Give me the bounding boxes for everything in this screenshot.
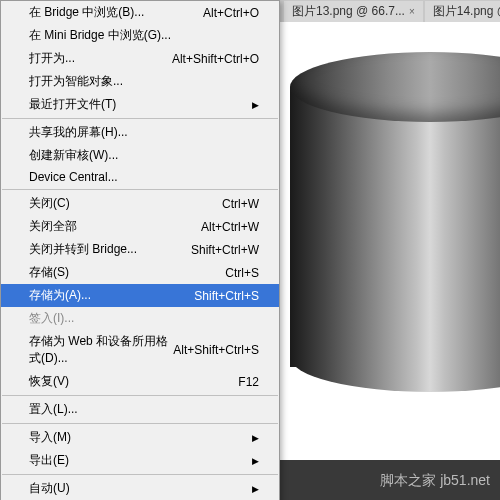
menu-separator bbox=[2, 118, 278, 119]
menu-item-label: 创建新审核(W)... bbox=[29, 147, 118, 164]
menu-item-shortcut: Alt+Ctrl+O bbox=[203, 6, 259, 20]
menu-item[interactable]: 打开为智能对象... bbox=[1, 70, 279, 93]
menu-item-label: 恢复(V) bbox=[29, 373, 69, 390]
menu-item[interactable]: 置入(L)... bbox=[1, 398, 279, 421]
menu-item-label: 打开为... bbox=[29, 50, 75, 67]
menu-item-label: 关闭(C) bbox=[29, 195, 70, 212]
chevron-right-icon: ▶ bbox=[252, 433, 259, 443]
menu-item-label: 自动(U) bbox=[29, 480, 70, 497]
menu-item[interactable]: 在 Bridge 中浏览(B)...Alt+Ctrl+O bbox=[1, 1, 279, 24]
tab-image14[interactable]: 图片14.png @ 6...× bbox=[425, 1, 500, 22]
menu-item-shortcut: F12 bbox=[238, 375, 259, 389]
menu-item-label: 关闭全部 bbox=[29, 218, 77, 235]
menu-item[interactable]: 共享我的屏幕(H)... bbox=[1, 121, 279, 144]
menu-item-label: 导入(M) bbox=[29, 429, 71, 446]
document-tabs: 图片13.png @ 66.7...× 图片14.png @ 6...× bbox=[280, 0, 500, 22]
menu-item[interactable]: Device Central... bbox=[1, 167, 279, 187]
menu-item[interactable]: 导出(E)▶ bbox=[1, 449, 279, 472]
chevron-right-icon: ▶ bbox=[252, 484, 259, 494]
menu-item-label: 置入(L)... bbox=[29, 401, 78, 418]
menu-item-label: 签入(I)... bbox=[29, 310, 74, 327]
menu-item[interactable]: 最近打开文件(T)▶ bbox=[1, 93, 279, 116]
menu-item-shortcut: Ctrl+W bbox=[222, 197, 259, 211]
menu-separator bbox=[2, 423, 278, 424]
menu-separator bbox=[2, 474, 278, 475]
menu-separator bbox=[2, 395, 278, 396]
menu-item: 签入(I)... bbox=[1, 307, 279, 330]
menu-item[interactable]: 关闭并转到 Bridge...Shift+Ctrl+W bbox=[1, 238, 279, 261]
tab-image13[interactable]: 图片13.png @ 66.7...× bbox=[284, 1, 423, 22]
menu-separator bbox=[2, 189, 278, 190]
menu-item-label: 存储为 Web 和设备所用格式(D)... bbox=[29, 333, 173, 367]
menu-item-label: 共享我的屏幕(H)... bbox=[29, 124, 128, 141]
menu-item-shortcut: Alt+Shift+Ctrl+S bbox=[173, 343, 259, 357]
menu-item-shortcut: Shift+Ctrl+S bbox=[194, 289, 259, 303]
menu-item-label: 关闭并转到 Bridge... bbox=[29, 241, 137, 258]
chevron-right-icon: ▶ bbox=[252, 456, 259, 466]
file-menu: 在 Bridge 中浏览(B)...Alt+Ctrl+O在 Mini Bridg… bbox=[0, 0, 280, 500]
menu-item-label: 最近打开文件(T) bbox=[29, 96, 116, 113]
menu-item[interactable]: 存储为 Web 和设备所用格式(D)...Alt+Shift+Ctrl+S bbox=[1, 330, 279, 370]
menu-item[interactable]: 存储为(A)...Shift+Ctrl+S bbox=[1, 284, 279, 307]
menu-item[interactable]: 自动(U)▶ bbox=[1, 477, 279, 500]
menu-item[interactable]: 恢复(V)F12 bbox=[1, 370, 279, 393]
menu-item[interactable]: 关闭全部Alt+Ctrl+W bbox=[1, 215, 279, 238]
menu-item[interactable]: 在 Mini Bridge 中浏览(G)... bbox=[1, 24, 279, 47]
menu-item-shortcut: Ctrl+S bbox=[225, 266, 259, 280]
canvas[interactable] bbox=[280, 22, 500, 460]
menu-item[interactable]: 存储(S)Ctrl+S bbox=[1, 261, 279, 284]
menu-item[interactable]: 打开为...Alt+Shift+Ctrl+O bbox=[1, 47, 279, 70]
menu-item-label: 打开为智能对象... bbox=[29, 73, 123, 90]
menu-item-label: 存储(S) bbox=[29, 264, 69, 281]
menu-item-shortcut: Alt+Ctrl+W bbox=[201, 220, 259, 234]
menu-item-label: 导出(E) bbox=[29, 452, 69, 469]
menu-item-label: 存储为(A)... bbox=[29, 287, 91, 304]
menu-item[interactable]: 关闭(C)Ctrl+W bbox=[1, 192, 279, 215]
menu-item-label: 在 Bridge 中浏览(B)... bbox=[29, 4, 144, 21]
close-icon[interactable]: × bbox=[409, 6, 415, 17]
chevron-right-icon: ▶ bbox=[252, 100, 259, 110]
cylinder-shape bbox=[290, 52, 500, 392]
menu-item-label: Device Central... bbox=[29, 170, 118, 184]
watermark: 脚本之家 jb51.net bbox=[380, 472, 490, 490]
menu-item[interactable]: 导入(M)▶ bbox=[1, 426, 279, 449]
menu-item-shortcut: Alt+Shift+Ctrl+O bbox=[172, 52, 259, 66]
menu-item-shortcut: Shift+Ctrl+W bbox=[191, 243, 259, 257]
menu-item[interactable]: 创建新审核(W)... bbox=[1, 144, 279, 167]
menu-item-label: 在 Mini Bridge 中浏览(G)... bbox=[29, 27, 171, 44]
